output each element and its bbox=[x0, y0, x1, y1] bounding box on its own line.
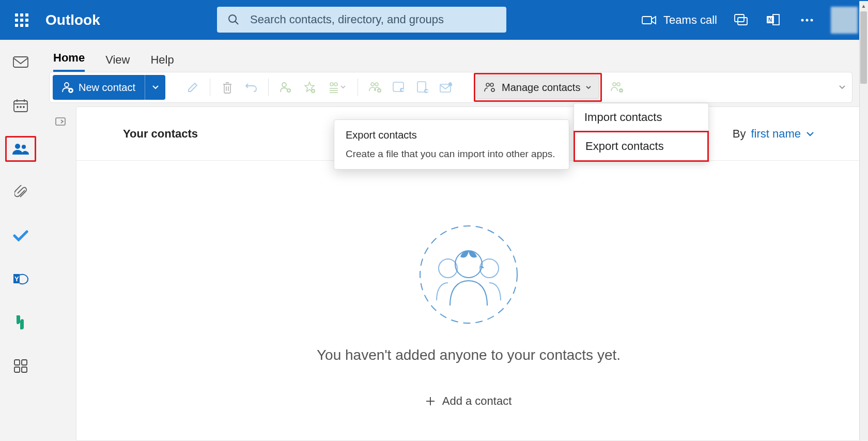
export-card-button[interactable] bbox=[411, 75, 435, 99]
search-box[interactable] bbox=[217, 7, 506, 33]
svg-point-26 bbox=[65, 83, 69, 87]
teams-call-button[interactable]: Teams call bbox=[642, 13, 717, 27]
rail-people[interactable] bbox=[5, 136, 36, 162]
trash-icon bbox=[222, 81, 233, 94]
svg-point-0 bbox=[229, 15, 236, 22]
separator bbox=[268, 79, 269, 96]
rail-files[interactable] bbox=[5, 179, 36, 205]
header-bar: Outlook Teams call N bbox=[0, 0, 868, 40]
more-button[interactable] bbox=[798, 11, 816, 29]
app-title: Outlook bbox=[45, 12, 100, 28]
page-title: Your contacts bbox=[123, 127, 198, 141]
tab-home[interactable]: Home bbox=[53, 51, 85, 72]
add-favorite-person-button[interactable] bbox=[274, 75, 298, 99]
chevron-down-icon bbox=[839, 85, 846, 90]
rail-more-apps[interactable] bbox=[5, 353, 36, 379]
svg-point-18 bbox=[23, 107, 24, 108]
attachment-icon bbox=[14, 185, 27, 200]
toolbar-overflow[interactable] bbox=[839, 83, 846, 92]
group-plus-icon bbox=[368, 82, 382, 93]
tooltip-desc: Create a file that you can import into o… bbox=[346, 148, 557, 160]
scroll-up-arrow[interactable]: ▲ bbox=[859, 1, 868, 10]
add-contact-button[interactable]: Add a contact bbox=[426, 394, 512, 408]
ribbon-tabs: Home View Help bbox=[41, 40, 853, 72]
bookings-icon bbox=[14, 315, 27, 330]
mail-icon bbox=[13, 56, 28, 68]
svg-rect-11 bbox=[13, 57, 28, 67]
empty-illustration bbox=[417, 223, 520, 326]
svg-point-52 bbox=[486, 83, 489, 86]
tab-view[interactable]: View bbox=[105, 53, 130, 72]
notifications-button[interactable] bbox=[435, 75, 458, 99]
avatar[interactable] bbox=[831, 7, 858, 34]
svg-point-53 bbox=[490, 83, 493, 86]
rail-calendar[interactable] bbox=[5, 93, 36, 118]
remove-from-group-button[interactable] bbox=[605, 75, 629, 99]
new-contact-button[interactable]: New contact bbox=[53, 75, 145, 100]
add-contact-label: Add a contact bbox=[442, 394, 512, 408]
svg-rect-23 bbox=[22, 360, 27, 365]
svg-point-62 bbox=[439, 259, 457, 278]
sort-by-button[interactable]: By first name bbox=[733, 127, 814, 141]
apps-grid-icon bbox=[14, 359, 27, 373]
svg-point-17 bbox=[20, 107, 21, 108]
onenote-button[interactable]: N bbox=[765, 11, 783, 29]
star-plus-icon bbox=[303, 81, 316, 94]
calendar-icon bbox=[13, 99, 28, 112]
new-contact-split[interactable] bbox=[145, 75, 165, 100]
svg-point-56 bbox=[617, 83, 620, 86]
toolbar: New contact Manage contacts bbox=[49, 72, 853, 103]
plus-icon bbox=[426, 397, 435, 406]
empty-state: You haven't added anyone to your contact… bbox=[76, 161, 861, 408]
delete-button[interactable] bbox=[215, 75, 239, 99]
card-arrow-icon bbox=[416, 81, 429, 94]
share-icon bbox=[393, 82, 405, 93]
tab-help[interactable]: Help bbox=[150, 53, 174, 72]
rail-mail[interactable] bbox=[5, 49, 36, 75]
empty-heading: You haven't added anyone to your contact… bbox=[317, 347, 621, 363]
onenote-icon: N bbox=[767, 14, 781, 26]
scrollbar-thumb[interactable] bbox=[860, 11, 867, 84]
person-add-icon bbox=[62, 82, 73, 93]
collapse-icon bbox=[55, 116, 66, 127]
svg-point-19 bbox=[15, 144, 20, 149]
rail-yammer[interactable]: Y bbox=[5, 266, 36, 292]
chat-button[interactable] bbox=[732, 11, 750, 29]
undo-button[interactable] bbox=[239, 75, 263, 99]
rail-todo[interactable] bbox=[5, 223, 36, 249]
mail-bell-icon bbox=[440, 82, 453, 93]
svg-point-16 bbox=[17, 107, 18, 108]
svg-point-61 bbox=[455, 251, 482, 278]
manage-contacts-button[interactable]: Manage contacts bbox=[476, 75, 599, 99]
person-plus-icon bbox=[280, 82, 292, 93]
collapse-nav-button[interactable] bbox=[54, 115, 67, 128]
svg-point-30 bbox=[282, 83, 286, 87]
add-to-list-button[interactable] bbox=[321, 75, 352, 99]
svg-point-42 bbox=[371, 83, 374, 86]
scrollbar[interactable]: ▲ bbox=[859, 1, 868, 440]
svg-point-55 bbox=[613, 83, 616, 86]
app-launcher-button[interactable] bbox=[10, 9, 33, 32]
sort-prefix: By bbox=[733, 127, 746, 141]
edit-button[interactable] bbox=[181, 75, 205, 99]
teams-call-label: Teams call bbox=[663, 13, 717, 27]
search-input[interactable] bbox=[250, 13, 496, 26]
svg-text:N: N bbox=[768, 17, 772, 23]
svg-rect-24 bbox=[14, 367, 20, 372]
group-minus-icon bbox=[610, 82, 624, 93]
manage-contacts-highlight: Manage contacts bbox=[474, 73, 602, 102]
svg-line-1 bbox=[235, 21, 238, 24]
svg-rect-4 bbox=[738, 18, 747, 25]
list-person-icon bbox=[329, 82, 345, 93]
manage-contacts-label: Manage contacts bbox=[502, 82, 580, 94]
group-add-button[interactable] bbox=[363, 75, 387, 99]
sort-value: first name bbox=[751, 127, 801, 141]
people-gear-icon bbox=[484, 82, 497, 93]
menu-import-contacts[interactable]: Import contacts bbox=[574, 103, 708, 131]
share-button[interactable] bbox=[387, 75, 411, 99]
menu-export-contacts[interactable]: Export contacts bbox=[574, 131, 709, 162]
rail-bookings[interactable] bbox=[5, 310, 36, 336]
separator bbox=[358, 79, 358, 96]
svg-rect-25 bbox=[22, 367, 27, 372]
favorite-button[interactable] bbox=[298, 75, 321, 99]
